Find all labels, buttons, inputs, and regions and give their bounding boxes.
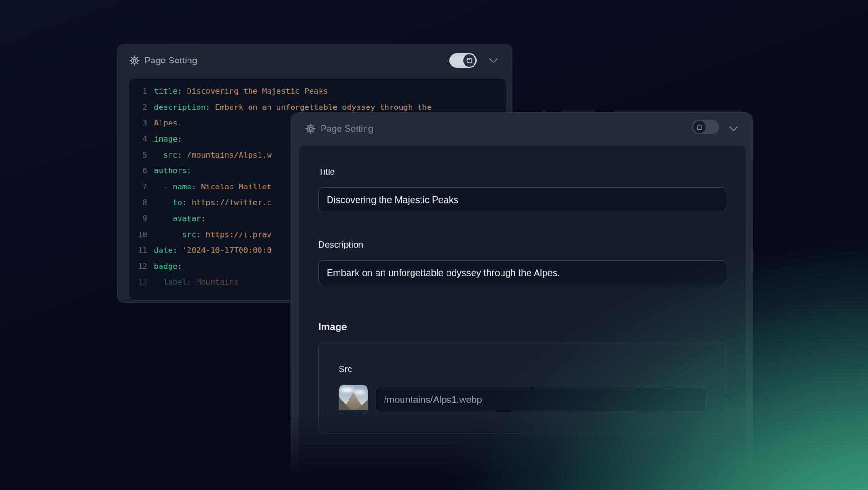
form-panel-view-toggle[interactable] <box>692 120 719 134</box>
description-field-label: Description <box>318 240 726 250</box>
panel-title: Page Setting <box>321 124 373 134</box>
chevron-down-icon[interactable] <box>488 57 499 64</box>
code-panel-header: Page Setting <box>118 45 512 77</box>
page-setting-form: Title Description Image Src <box>299 145 746 482</box>
form-panel-header: Page Setting <box>291 113 752 145</box>
image-group-box: Src <box>318 343 726 434</box>
image-section-heading: Image <box>318 321 726 332</box>
title-field-label: Title <box>318 167 726 177</box>
code-embed-icon <box>693 121 706 133</box>
gear-icon <box>129 55 140 66</box>
code-line: 1title: Discovering the Majestic Peaks <box>129 83 506 99</box>
page-background: Page Setting 1title: Discovering the Maj… <box>0 0 868 490</box>
chevron-down-icon[interactable] <box>728 125 739 132</box>
src-row <box>339 385 706 414</box>
title-input[interactable] <box>318 187 726 212</box>
image-thumbnail <box>339 385 368 414</box>
description-input[interactable] <box>318 260 726 285</box>
panel-title: Page Setting <box>144 55 197 66</box>
src-field-label: Src <box>339 364 706 374</box>
page-setting-form-panel: Page Setting Title Description <box>291 112 753 490</box>
code-panel-view-toggle[interactable] <box>449 53 477 68</box>
gear-icon <box>305 124 316 134</box>
code-embed-icon <box>463 54 475 67</box>
image-src-input[interactable] <box>376 387 706 412</box>
